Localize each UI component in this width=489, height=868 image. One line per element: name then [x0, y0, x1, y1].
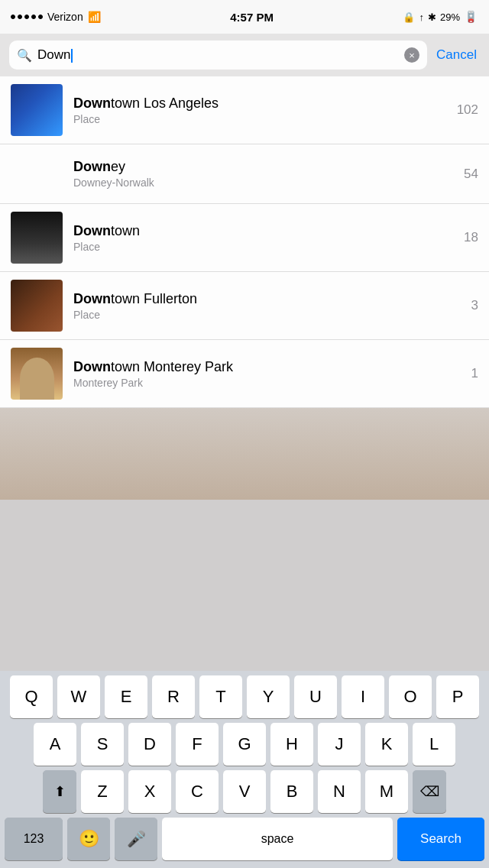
- result-subtitle: Place: [73, 113, 451, 125]
- mic-key[interactable]: 🎤: [115, 818, 157, 860]
- keyboard-row-3: ⬆ Z X C V B N M ⌫: [0, 766, 489, 813]
- status-right: 🔒 ↑ ✱ 29% 🪫: [403, 10, 478, 24]
- result-subtitle: Downey-Norwalk: [73, 177, 458, 189]
- list-item[interactable]: Downtown Fullerton Place 3: [0, 272, 489, 340]
- key-v[interactable]: V: [223, 770, 266, 813]
- key-x[interactable]: X: [128, 770, 171, 813]
- emoji-key[interactable]: 🙂: [67, 818, 110, 860]
- key-l[interactable]: L: [413, 723, 455, 766]
- result-subtitle: Monterey Park: [73, 377, 465, 389]
- numbers-key[interactable]: 123: [5, 818, 63, 860]
- key-o[interactable]: O: [389, 675, 432, 718]
- battery-label: 29%: [440, 11, 460, 23]
- keyboard-row-4: 123 🙂 🎤 space Search: [0, 813, 489, 868]
- list-item[interactable]: Downey Downey-Norwalk 54: [0, 144, 489, 204]
- result-subtitle: Place: [73, 309, 465, 321]
- result-thumbnail: [11, 212, 63, 264]
- key-h[interactable]: H: [270, 723, 313, 766]
- keyboard: Q W E R T Y U I O P A S D F G H J K L ⬆ …: [0, 671, 489, 868]
- carrier-label: Verizon: [47, 11, 83, 23]
- result-count: 54: [464, 167, 478, 182]
- bluetooth-icon: ✱: [428, 11, 436, 23]
- key-z[interactable]: Z: [81, 770, 124, 813]
- result-subtitle: Place: [73, 241, 458, 253]
- result-count: 3: [471, 298, 478, 313]
- blur-background: [0, 408, 489, 500]
- key-f[interactable]: F: [176, 723, 219, 766]
- result-name: Downtown: [73, 223, 458, 239]
- key-t[interactable]: T: [199, 675, 242, 718]
- key-j[interactable]: J: [318, 723, 361, 766]
- wifi-icon: 📶: [88, 11, 101, 23]
- key-e[interactable]: E: [105, 675, 147, 718]
- result-text: Downey Downey-Norwalk: [73, 159, 458, 189]
- list-item[interactable]: Downtown Los Angeles Place 102: [0, 76, 489, 144]
- keyboard-row-2: A S D F G H J K L: [0, 718, 489, 766]
- key-b[interactable]: B: [270, 770, 313, 813]
- list-item[interactable]: Downtown Place 18: [0, 204, 489, 272]
- key-g[interactable]: G: [223, 723, 266, 766]
- result-name: Downtown Los Angeles: [73, 96, 451, 112]
- keyboard-row-1: Q W E R T Y U I O P: [0, 671, 489, 718]
- key-k[interactable]: K: [365, 723, 408, 766]
- result-text: Downtown Los Angeles Place: [73, 96, 451, 125]
- search-input[interactable]: Down: [37, 47, 399, 63]
- result-name: Downtown Monterey Park: [73, 359, 465, 375]
- result-thumbnail: [11, 348, 63, 400]
- key-n[interactable]: N: [318, 770, 361, 813]
- signal-dots: [11, 15, 43, 19]
- result-count: 18: [464, 230, 478, 245]
- key-w[interactable]: W: [57, 675, 100, 718]
- lock-icon: 🔒: [403, 11, 415, 23]
- key-i[interactable]: I: [342, 675, 384, 718]
- time-display: 4:57 PM: [230, 11, 274, 24]
- result-text: Downtown Monterey Park Monterey Park: [73, 359, 465, 389]
- key-p[interactable]: P: [436, 675, 479, 718]
- search-key[interactable]: Search: [397, 818, 484, 860]
- result-name: Downtown Fullerton: [73, 291, 465, 307]
- search-icon: 🔍: [17, 48, 32, 63]
- result-thumbnail: [11, 280, 63, 332]
- key-m[interactable]: M: [365, 770, 408, 813]
- key-c[interactable]: C: [176, 770, 219, 813]
- key-y[interactable]: Y: [247, 675, 290, 718]
- result-name: Downey: [73, 159, 458, 175]
- search-input-wrapper[interactable]: 🔍 Down ×: [9, 40, 427, 70]
- cancel-button[interactable]: Cancel: [433, 47, 480, 63]
- key-r[interactable]: R: [152, 675, 195, 718]
- location-icon: ↑: [419, 11, 424, 23]
- delete-key[interactable]: ⌫: [413, 770, 446, 813]
- result-count: 1: [471, 366, 478, 381]
- status-left: Verizon 📶: [11, 11, 101, 23]
- list-item[interactable]: Downtown Monterey Park Monterey Park 1: [0, 340, 489, 408]
- result-text: Downtown Place: [73, 223, 458, 253]
- results-list: Downtown Los Angeles Place 102 Downey Do…: [0, 76, 489, 408]
- key-q[interactable]: Q: [10, 675, 53, 718]
- space-key[interactable]: space: [162, 818, 393, 860]
- status-bar: Verizon 📶 4:57 PM 🔒 ↑ ✱ 29% 🪫: [0, 0, 489, 34]
- result-count: 102: [457, 102, 478, 118]
- shift-key[interactable]: ⬆: [43, 770, 76, 813]
- result-thumbnail: [11, 84, 63, 136]
- clear-button[interactable]: ×: [404, 47, 419, 63]
- key-u[interactable]: U: [294, 675, 337, 718]
- battery-icon: 🪫: [464, 10, 478, 24]
- key-d[interactable]: D: [128, 723, 171, 766]
- result-text: Downtown Fullerton Place: [73, 291, 465, 321]
- search-bar: 🔍 Down × Cancel: [0, 34, 489, 76]
- key-a[interactable]: A: [34, 723, 76, 766]
- key-s[interactable]: S: [81, 723, 124, 766]
